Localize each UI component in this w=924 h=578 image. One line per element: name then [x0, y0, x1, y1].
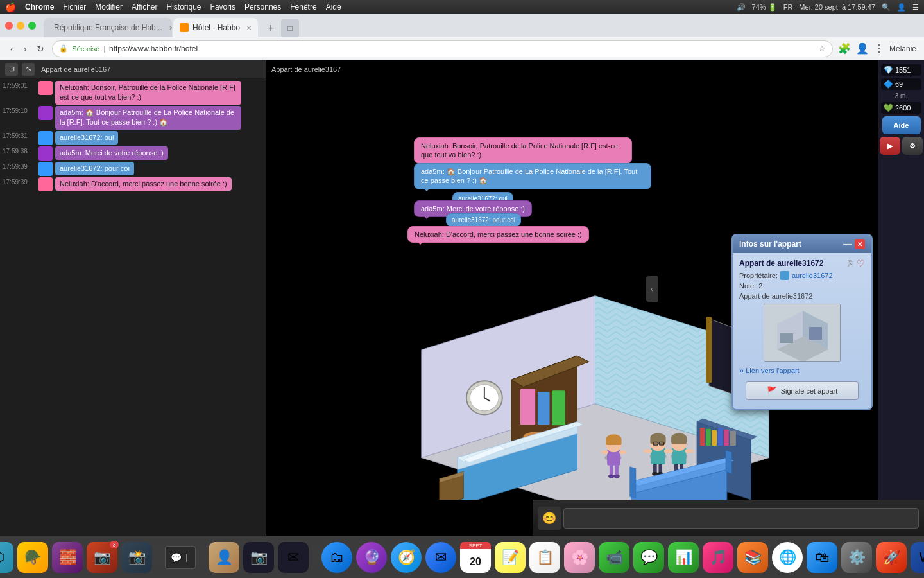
- owner-avatar-icon: [780, 271, 789, 280]
- note-row: Note: 2: [739, 282, 865, 290]
- msg-time: 17:59:31: [3, 131, 36, 139]
- avatar: [38, 131, 53, 145]
- dock-avatar[interactable]: 👤: [209, 542, 239, 573]
- favorite-icon[interactable]: ♡: [857, 258, 865, 268]
- dock-books[interactable]: 📚: [737, 542, 768, 573]
- new-tab-button[interactable]: +: [262, 19, 280, 37]
- svg-rect-9: [538, 392, 550, 425]
- chat-bubble: aurelie31672: oui: [55, 131, 118, 144]
- tab-republic[interactable]: République Française de Hab... ✕: [44, 18, 172, 37]
- menu-fenetre[interactable]: Fenêtre: [290, 3, 316, 12]
- back-button[interactable]: ‹: [8, 41, 16, 57]
- diamond-icon: 💚: [884, 103, 893, 112]
- game-chat-bubble-1: Neluxiah: Bonsoir, Patrouille de la Poli…: [414, 137, 632, 164]
- profile-icon[interactable]: 👤: [856, 42, 869, 55]
- dock-mail[interactable]: ✉: [278, 542, 309, 573]
- chat-toggle-button[interactable]: ⊞: [5, 63, 18, 76]
- apple-menu[interactable]: 🍎: [5, 2, 16, 12]
- mac-search-icon[interactable]: 🔍: [882, 3, 891, 12]
- chat-emoji-button[interactable]: 😊: [538, 507, 561, 530]
- tab-habbo[interactable]: Hôtel - Habbo ✕: [173, 18, 258, 37]
- svg-rect-58: [671, 438, 687, 444]
- url-bar[interactable]: 🔒 Sécurisé | https://www.habbo.fr/hotel …: [52, 40, 833, 57]
- dock-facetime[interactable]: 📹: [599, 542, 629, 573]
- extensions-icon[interactable]: 🧩: [838, 42, 851, 55]
- tab-close-habbo[interactable]: ✕: [246, 24, 252, 31]
- dock-mail2[interactable]: ✉: [425, 542, 456, 573]
- menu-aide[interactable]: Aide: [326, 3, 341, 12]
- dock-habbo2[interactable]: ⬡: [0, 542, 13, 573]
- more-icon[interactable]: ⋮: [874, 42, 884, 55]
- dock-chat-input[interactable]: 💬 |: [165, 542, 196, 573]
- reload-button[interactable]: ↻: [34, 41, 47, 57]
- dock-siri[interactable]: 🔮: [356, 542, 387, 573]
- dock-appstore[interactable]: 🛍: [807, 542, 837, 573]
- dock-notes[interactable]: 📝: [495, 542, 526, 573]
- dock-launchpad[interactable]: 🚀: [876, 542, 907, 573]
- bookmark-star[interactable]: ☆: [818, 44, 826, 53]
- room-info-panel: Infos sur l'appart — ✕ Appart de aurelie…: [732, 234, 873, 410]
- dock-badge: 3: [110, 541, 119, 548]
- dock-safari[interactable]: 🧭: [391, 542, 422, 573]
- mac-sound-icon[interactable]: 🔊: [737, 3, 746, 12]
- menu-fichier[interactable]: Fichier: [63, 3, 86, 12]
- dock-reminders[interactable]: 📋: [529, 542, 560, 573]
- timer-display: 3 m.: [895, 92, 907, 100]
- copy-room-icon[interactable]: ⎘: [848, 258, 853, 268]
- menu-personnes[interactable]: Personnes: [244, 3, 281, 12]
- menu-afficher[interactable]: Afficher: [132, 3, 157, 12]
- emoji-icon: 😊: [542, 511, 556, 525]
- mac-user-icon[interactable]: 👤: [897, 3, 906, 12]
- avatar: [38, 146, 53, 161]
- info-minimize-icon[interactable]: —: [843, 239, 852, 249]
- forward-button[interactable]: ›: [21, 41, 30, 57]
- signal-button[interactable]: 🚩 Signale cet appart: [746, 381, 859, 400]
- dock-sysprefs[interactable]: ⚙️: [841, 542, 872, 573]
- note-value: 2: [758, 282, 762, 290]
- menu-historique[interactable]: Historique: [167, 3, 201, 12]
- dock-word[interactable]: W: [911, 542, 924, 573]
- minimize-window-button[interactable]: [17, 22, 24, 30]
- dock-photos[interactable]: 🌸: [564, 542, 595, 573]
- game-area[interactable]: Appart de aurelie3167 Neluxiah: Bonsoir,…: [266, 60, 924, 536]
- msg-time: 17:59:39: [3, 177, 36, 186]
- dock-habbo5[interactable]: 📷 3: [87, 542, 117, 573]
- dock-messages[interactable]: 💬: [633, 542, 664, 573]
- chat-text-input-container[interactable]: [563, 508, 919, 529]
- chat-bubble: Neluxiah: D'accord, merci passez une bon…: [55, 177, 232, 191]
- dock-numbers[interactable]: 📊: [668, 542, 699, 573]
- svg-rect-55: [685, 450, 694, 453]
- chat-text-input[interactable]: [569, 514, 913, 523]
- msg-time: 17:59:39: [3, 162, 36, 170]
- svg-rect-30: [619, 450, 626, 454]
- dock-camera[interactable]: 📸: [121, 542, 152, 573]
- dock-camera2[interactable]: 📷: [243, 542, 274, 573]
- dock-finder2[interactable]: 🗂: [321, 542, 352, 573]
- dock-habbo4[interactable]: 🧱: [52, 542, 83, 573]
- maximize-window-button[interactable]: [28, 22, 36, 30]
- tab-close-republic[interactable]: ✕: [169, 24, 172, 31]
- svg-rect-33: [606, 439, 621, 445]
- menu-modifier[interactable]: Modifier: [95, 3, 123, 12]
- mac-menu-icon[interactable]: ☰: [912, 3, 919, 12]
- dock-music[interactable]: 🎵: [703, 542, 733, 573]
- aide-button[interactable]: Aide: [882, 116, 921, 134]
- empty-tab[interactable]: □: [281, 19, 299, 37]
- settings-button[interactable]: ⚙: [902, 137, 923, 155]
- room-name: Appart de aurelie31672: [739, 259, 823, 268]
- tab-title-habbo: Hôtel - Habbo: [193, 23, 240, 32]
- chat-expand-button[interactable]: ⤡: [22, 63, 35, 76]
- dock-habbo3[interactable]: 🪖: [17, 542, 48, 573]
- svg-marker-70: [630, 467, 636, 498]
- info-panel-close-button[interactable]: ✕: [855, 239, 865, 249]
- tab-favicon-habbo: [180, 23, 189, 32]
- svg-point-26: [608, 475, 614, 478]
- close-window-button[interactable]: [5, 22, 13, 30]
- dock-calendar[interactable]: SEPT 20: [460, 542, 491, 573]
- list-item: 17:59:38 ada5m: Merci de votre réponse :…: [3, 146, 263, 161]
- app-name[interactable]: Chrome: [25, 3, 54, 12]
- dock-chrome[interactable]: 🌐: [772, 542, 803, 573]
- nav-button[interactable]: ▶: [880, 137, 900, 155]
- room-link[interactable]: » Lien vers l'appart: [739, 365, 865, 375]
- menu-favoris[interactable]: Favoris: [210, 3, 235, 12]
